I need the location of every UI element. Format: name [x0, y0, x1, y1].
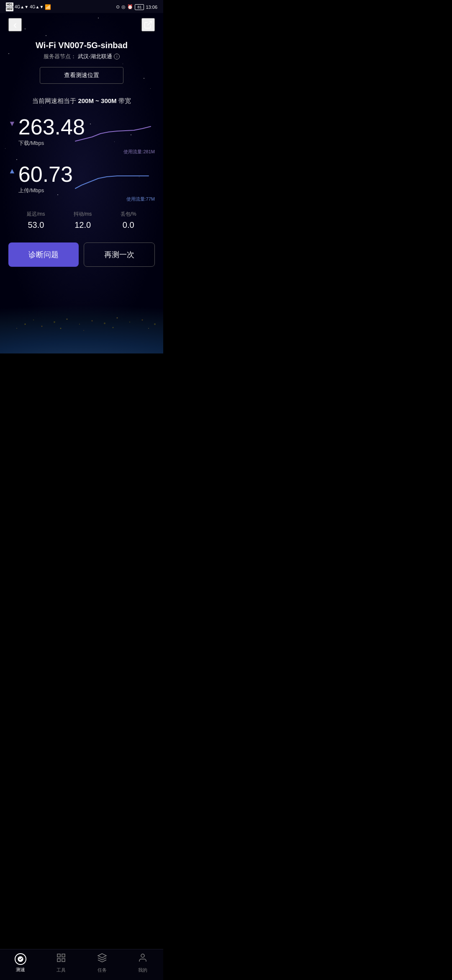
svg-point-1	[25, 324, 26, 325]
svg-point-5	[67, 319, 68, 320]
upload-chart-svg	[71, 163, 155, 193]
city-lights	[0, 274, 163, 341]
upload-data-usage: 使用流量:77M	[8, 196, 155, 202]
packet-loss-label: 丢包/%	[121, 211, 136, 218]
svg-point-15	[83, 330, 84, 331]
speed-description: 当前网速相当于 200M ~ 300M 带宽	[8, 96, 155, 106]
eye-icon: ◎	[121, 4, 126, 10]
svg-point-9	[117, 317, 118, 319]
svg-point-13	[16, 328, 17, 329]
info-icon: i	[114, 54, 120, 59]
upload-speed-row: ▲ 60.73 上传/Mbps	[8, 163, 155, 194]
download-speed-row: ▼ 263.48 下载/Mbps	[8, 116, 155, 147]
network2-indicator: 4G▲▼	[30, 5, 44, 9]
download-chart-svg	[71, 116, 155, 145]
upload-speed-value: 60.73	[18, 163, 73, 185]
share-icon	[144, 20, 153, 29]
jitter-value: 12.0	[74, 220, 92, 230]
location-button[interactable]: 查看测速位置	[40, 67, 123, 84]
jitter-label: 抖动/ms	[74, 211, 92, 218]
packet-loss-value: 0.0	[121, 220, 136, 230]
hd-badge: HD1 HD2	[6, 3, 13, 11]
upload-section: ▲ 60.73 上传/Mbps 使用流量:77M	[8, 163, 155, 202]
alarm-icon: ⏰	[127, 4, 133, 10]
action-buttons: 诊断问题 再测一次	[8, 242, 155, 267]
diagnose-button[interactable]: 诊断问题	[8, 242, 79, 267]
battery-indicator: 81	[135, 4, 144, 10]
packet-loss-stat: 丢包/% 0.0	[121, 211, 136, 230]
latency-value: 53.0	[27, 220, 45, 230]
download-chart	[71, 116, 155, 145]
screen-icon: ⊙	[116, 4, 120, 10]
share-button[interactable]	[141, 18, 155, 31]
svg-point-4	[54, 321, 55, 323]
svg-point-8	[104, 322, 105, 324]
download-arrow-icon: ▼	[8, 119, 16, 128]
status-bar: HD1 HD2 4G▲▼ 4G▲▼ 📶 ⊙ ◎ ⏰ 81 13:06	[0, 0, 163, 13]
svg-line-0	[147, 21, 152, 26]
main-content: Wi-Fi VN007-5G-sinbad 服务器节点： 武汉-湖北联通 i 查…	[0, 36, 163, 284]
download-section: ▼ 263.48 下载/Mbps 使用流量:281M	[8, 116, 155, 155]
svg-point-2	[33, 320, 34, 320]
back-button[interactable]: ‹	[8, 18, 22, 31]
upload-speed-unit: 上传/Mbps	[18, 187, 73, 194]
svg-point-14	[60, 328, 62, 329]
svg-point-7	[92, 320, 93, 322]
hd1-badge: HD1	[6, 3, 13, 7]
svg-point-11	[142, 320, 143, 321]
upload-arrow-icon: ▲	[8, 167, 16, 175]
nav-header: ‹	[0, 13, 163, 36]
svg-point-10	[129, 322, 130, 322]
latency-label: 延迟/ms	[27, 211, 45, 218]
jitter-stat: 抖动/ms 12.0	[74, 211, 92, 230]
network-title: Wi-Fi VN007-5G-sinbad	[8, 41, 155, 50]
hd2-badge: HD2	[6, 7, 13, 11]
svg-point-12	[154, 323, 156, 325]
server-info: 服务器节点： 武汉-湖北联通 i	[8, 53, 155, 60]
svg-point-6	[79, 324, 80, 325]
status-left: HD1 HD2 4G▲▼ 4G▲▼ 📶	[6, 3, 51, 11]
svg-point-3	[41, 326, 43, 327]
stats-row: 延迟/ms 53.0 抖动/ms 12.0 丢包/% 0.0	[8, 211, 155, 230]
status-right: ⊙ ◎ ⏰ 81 13:06	[116, 4, 157, 10]
wifi-icon: 📶	[45, 4, 51, 10]
download-data-usage: 使用流量:281M	[8, 149, 155, 155]
svg-point-17	[148, 328, 149, 329]
latency-stat: 延迟/ms 53.0	[27, 211, 45, 230]
network1-indicator: 4G▲▼	[15, 5, 28, 9]
time-display: 13:06	[146, 5, 157, 10]
retest-button[interactable]: 再测一次	[84, 242, 155, 267]
upload-chart	[71, 163, 155, 193]
svg-point-16	[113, 327, 114, 328]
